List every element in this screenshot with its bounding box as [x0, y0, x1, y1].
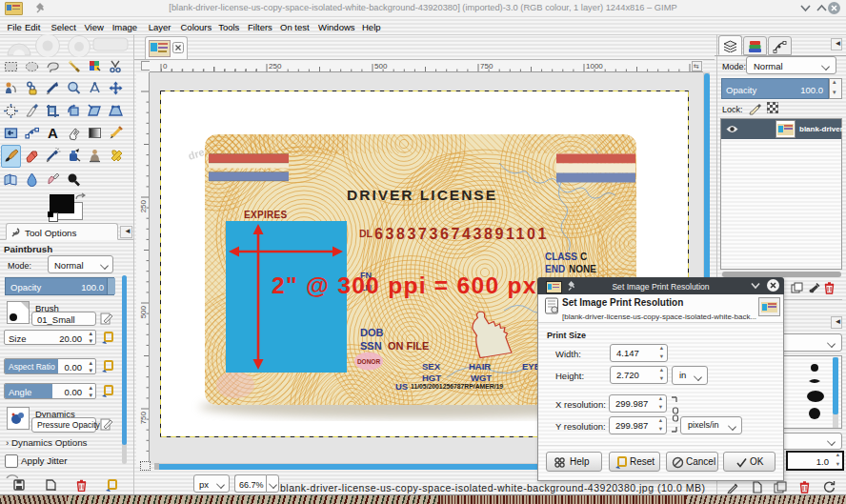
svg-text:250: 250 — [139, 199, 148, 212]
svg-text:C: C — [580, 252, 587, 262]
svg-text:0: 0 — [163, 62, 168, 71]
svg-text:SSN: SSN — [360, 340, 382, 352]
svg-text:500: 500 — [139, 305, 148, 318]
svg-text:US: US — [395, 381, 408, 392]
svg-text:6383736743891101: 6383736743891101 — [374, 226, 549, 242]
svg-text:ON FILE: ON FILE — [388, 340, 429, 352]
svg-text:DRIVER LICENSE: DRIVER LICENSE — [347, 187, 497, 203]
svg-text:EXPIRES: EXPIRES — [244, 210, 287, 220]
svg-text:SEX: SEX — [422, 361, 441, 372]
svg-text:END: END — [545, 264, 565, 274]
svg-text:CLASS: CLASS — [545, 252, 577, 262]
svg-text:1000: 1000 — [586, 62, 603, 71]
svg-text:HGT: HGT — [422, 373, 441, 383]
svg-text:DONOR: DONOR — [357, 358, 381, 365]
svg-text:500: 500 — [374, 62, 388, 71]
svg-text:A: A — [48, 125, 58, 141]
svg-text:750: 750 — [139, 411, 148, 424]
svg-text:NONE: NONE — [569, 264, 596, 274]
svg-text:DL: DL — [359, 228, 373, 239]
svg-text:250: 250 — [269, 62, 282, 71]
svg-text:2" @ 300 ppi = 600 px: 2" @ 300 ppi = 600 px — [272, 272, 537, 298]
svg-text:HAIR: HAIR — [469, 361, 491, 372]
svg-text:11/05/2001256787RP/AMER/19: 11/05/2001256787RP/AMER/19 — [411, 383, 503, 390]
svg-text:WGT: WGT — [471, 373, 492, 383]
svg-text:DOB: DOB — [360, 327, 384, 338]
svg-text:750: 750 — [480, 62, 494, 71]
